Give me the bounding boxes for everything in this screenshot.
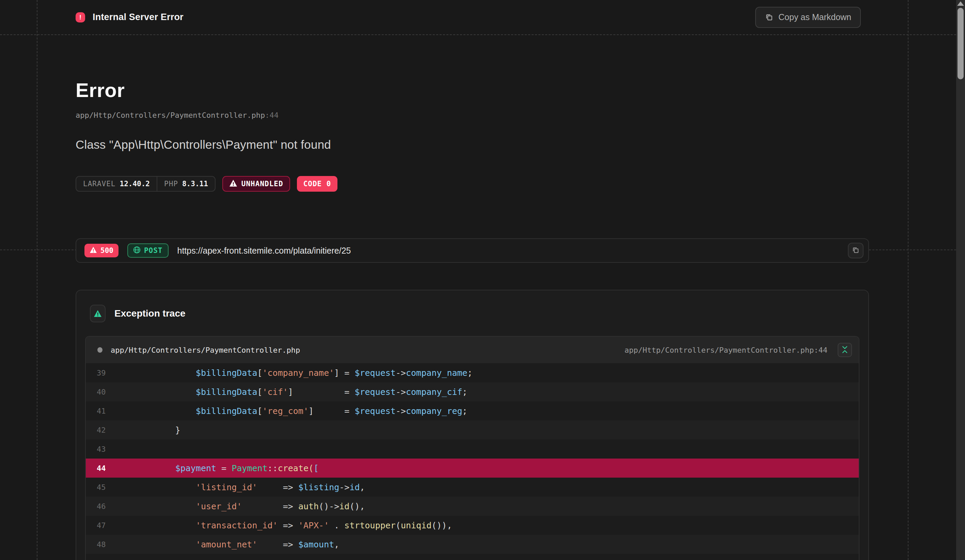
exception-trace-card: Exception trace app/Http/Controllers/Pay… xyxy=(75,290,869,560)
code-listing: 39 $billingData['company_name'] = $reque… xyxy=(86,363,859,560)
page-title: Internal Server Error xyxy=(93,12,183,23)
scrollbar-thumb[interactable] xyxy=(957,8,963,79)
line-code: $billingData['cif'] = $request->company_… xyxy=(114,387,468,397)
line-number: 41 xyxy=(86,407,111,415)
frame-file-location: app/Http/Controllers/PaymentController.p… xyxy=(625,346,828,354)
code-line: 41 $billingData['reg_com'] = $request->c… xyxy=(86,402,859,420)
warning-triangle-icon xyxy=(90,247,97,255)
line-code: 'amount_vat' => $vat, xyxy=(114,558,324,560)
code-line: 39 $billingData['company_name'] = $reque… xyxy=(86,363,859,382)
error-message: Class "App\Http\Controllers\Payment" not… xyxy=(75,138,869,152)
laravel-version-badge: LARAVEL 12.40.2 xyxy=(76,177,157,191)
error-code-badge: CODE 0 xyxy=(297,176,338,192)
scrollbar[interactable] xyxy=(956,0,965,560)
scrollbar-up-arrow-icon[interactable] xyxy=(957,2,964,6)
laravel-label: LARAVEL xyxy=(83,180,116,188)
stack-frame: app/Http/Controllers/PaymentController.p… xyxy=(85,336,859,560)
version-pill: LARAVEL 12.40.2 PHP 8.3.11 xyxy=(75,176,216,192)
method-badge: POST xyxy=(128,243,168,258)
copy-as-markdown-button[interactable]: Copy as Markdown xyxy=(755,7,861,28)
code-line: 48 'amount_net' => $amount, xyxy=(86,535,859,554)
line-number: 42 xyxy=(86,426,111,434)
error-line-number: :44 xyxy=(265,111,278,119)
line-number: 40 xyxy=(86,388,111,396)
error-file-path: app/Http/Controllers/PaymentController.p… xyxy=(75,111,869,119)
request-url: https://apex-front.sitemile.com/plata/in… xyxy=(177,246,839,256)
line-number: 47 xyxy=(86,521,111,530)
request-bar: 500 POST https://apex-front.sitemile.com… xyxy=(75,238,869,263)
line-number: 43 xyxy=(86,445,111,454)
frame-file-path: app/Http/Controllers/PaymentController.p… xyxy=(111,346,616,354)
code-line: 45 'listing_id' => $listing->id, xyxy=(86,478,859,497)
line-number: 48 xyxy=(86,540,111,549)
globe-icon xyxy=(133,246,141,255)
line-number: 44 xyxy=(86,464,111,472)
line-number: 46 xyxy=(86,502,111,511)
collapse-frame-button[interactable] xyxy=(837,343,852,357)
frame-bullet-icon xyxy=(97,347,103,353)
top-bar-status: ! Internal Server Error xyxy=(75,12,183,23)
collapse-icon xyxy=(841,346,849,355)
laravel-version: 12.40.2 xyxy=(120,180,150,188)
trace-warning-icon xyxy=(90,305,106,322)
status-500-badge: 500 xyxy=(85,244,118,257)
alert-icon: ! xyxy=(75,12,85,23)
code-line: 46 'user_id' => auth()->id(), xyxy=(86,497,859,516)
warning-triangle-icon xyxy=(229,180,237,189)
top-bar: ! Internal Server Error Copy as Markdown xyxy=(0,0,956,35)
copy-icon xyxy=(852,246,860,255)
php-version-badge: PHP 8.3.11 xyxy=(157,177,215,191)
code-line: 49 'amount_vat' => $vat, xyxy=(86,554,859,560)
copy-icon xyxy=(765,13,774,22)
php-version: 8.3.11 xyxy=(182,180,208,188)
line-code: $payment = Payment::create([ xyxy=(114,463,319,473)
unhandled-badge: UNHANDLED xyxy=(222,176,290,192)
line-code: $billingData['company_name'] = $request-… xyxy=(114,368,473,378)
error-heading: Error xyxy=(75,78,869,101)
stack-frame-header[interactable]: app/Http/Controllers/PaymentController.p… xyxy=(86,337,859,363)
line-code: $billingData['reg_com'] = $request->comp… xyxy=(114,406,468,416)
main-content: Error app/Http/Controllers/PaymentContro… xyxy=(37,35,908,560)
line-code: 'user_id' => auth()->id(), xyxy=(114,501,365,511)
line-code: } xyxy=(114,425,180,435)
badges-row: LARAVEL 12.40.2 PHP 8.3.11 UNHANDLED COD… xyxy=(75,176,869,192)
trace-title: Exception trace xyxy=(114,308,186,319)
code-line: 43 xyxy=(86,439,859,459)
method-label: POST xyxy=(144,247,163,255)
line-code: 'listing_id' => $listing->id, xyxy=(114,482,365,492)
code-line: 40 $billingData['cif'] = $request->compa… xyxy=(86,382,859,402)
status-code: 500 xyxy=(100,247,113,255)
line-code: 'amount_net' => $amount, xyxy=(114,540,339,549)
copy-url-button[interactable] xyxy=(848,243,864,258)
code-line: 42 } xyxy=(86,420,859,439)
code-line: 47 'transaction_id' => 'APX-' . strtoupp… xyxy=(86,516,859,535)
line-code: 'transaction_id' => 'APX-' . strtoupper(… xyxy=(114,521,452,531)
right-dashed-guide xyxy=(908,0,908,560)
exception-trace-header: Exception trace xyxy=(90,305,859,322)
unhandled-label: UNHANDLED xyxy=(241,180,283,188)
copy-as-markdown-label: Copy as Markdown xyxy=(779,12,851,22)
code-line: 44 $payment = Payment::create([ xyxy=(86,459,859,478)
line-number: 45 xyxy=(86,483,111,491)
php-label: PHP xyxy=(164,180,178,188)
line-number: 39 xyxy=(86,369,111,377)
